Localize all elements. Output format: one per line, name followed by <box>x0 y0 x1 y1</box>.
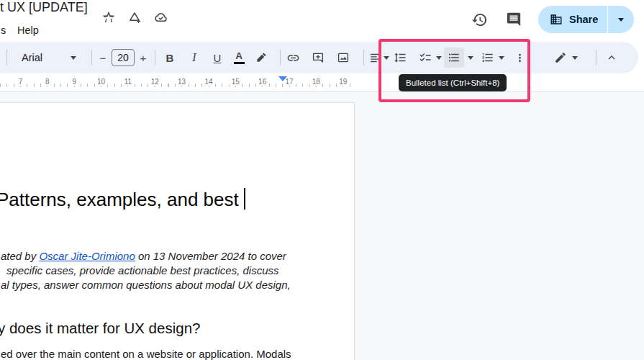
checklist-dropdown-button[interactable] <box>435 48 443 68</box>
checklist-button[interactable] <box>417 48 434 68</box>
version-history-button[interactable] <box>469 9 489 30</box>
ruler[interactable]: 78910111213141516171819 <box>0 76 355 91</box>
star-icon <box>101 10 116 24</box>
share-button-group: Share <box>538 6 634 33</box>
text-cursor <box>244 188 245 210</box>
right-indent-marker[interactable] <box>278 76 287 81</box>
bulleted-list-icon <box>448 51 461 64</box>
titlebar: t UX [UPDATE] Share <box>0 0 644 40</box>
underline-icon: U <box>214 52 222 64</box>
font-size-input[interactable]: 20 <box>112 49 135 66</box>
chevron-up-icon <box>605 51 618 64</box>
numbered-list-button[interactable] <box>479 48 496 68</box>
add-shortcut-icon <box>127 10 142 24</box>
insert-image-button[interactable] <box>335 48 352 68</box>
toolbar-divider <box>91 50 92 66</box>
checklist-icon <box>419 51 432 64</box>
comments-button[interactable] <box>504 9 524 30</box>
ruler-number: 11 <box>122 78 134 86</box>
document-title[interactable]: t UX [UPDATE] <box>0 0 88 15</box>
chevron-down-icon <box>572 56 578 60</box>
plus-icon: + <box>140 52 147 64</box>
link-icon <box>286 51 300 65</box>
text-color-icon: A <box>234 51 245 65</box>
italic-button[interactable]: I <box>186 48 203 68</box>
ruler-number: 12 <box>149 78 161 86</box>
organization-building-icon <box>550 13 563 26</box>
chevron-down-icon <box>436 56 442 60</box>
ruler-number: 19 <box>337 78 349 86</box>
ruler-number: 9 <box>70 78 78 86</box>
align-button[interactable] <box>367 48 391 68</box>
comments-icon <box>506 12 522 27</box>
minus-icon: − <box>100 52 106 64</box>
toolbar-divider <box>6 50 7 66</box>
toolbar-divider <box>155 50 155 66</box>
author-link[interactable]: Oscar Jite-Orimiono <box>39 250 135 262</box>
doc-heading[interactable]: Patterns, examples, and best <box>0 188 245 211</box>
version-history-icon <box>471 12 488 28</box>
add-comment-button[interactable] <box>309 48 327 68</box>
document-page[interactable]: Patterns, examples, and best ated by Osc… <box>0 102 355 360</box>
doc-heading-text: Patterns, examples, and best <box>0 189 239 210</box>
share-dropdown-button[interactable] <box>608 6 634 33</box>
paragraph-line: al types, answer common questions about … <box>1 278 291 292</box>
insert-image-icon <box>337 51 350 64</box>
numbered-list-icon <box>481 51 494 64</box>
paragraph-line: ated by Oscar Jite-Orimiono on 13 Novemb… <box>1 249 291 264</box>
text-color-button[interactable]: A <box>230 48 248 68</box>
decrease-font-size-button[interactable]: − <box>94 48 112 68</box>
doc-status-button[interactable] <box>151 8 170 27</box>
toolbar-divider <box>596 50 597 66</box>
highlight-color-button[interactable] <box>253 48 270 68</box>
increase-font-size-button[interactable]: + <box>135 48 152 68</box>
highlighter-icon <box>255 51 268 64</box>
line-spacing-button[interactable] <box>391 48 409 68</box>
more-options-button[interactable] <box>513 48 526 68</box>
chevron-down-icon <box>499 56 504 60</box>
bulleted-list-tooltip: Bulleted list (Ctrl+Shift+8) <box>399 74 507 91</box>
editing-mode-dropdown-button[interactable] <box>571 48 579 68</box>
doc-body-line[interactable]: ed over the main content on a website or… <box>1 348 291 360</box>
ruler-number: 10 <box>95 78 107 86</box>
chevron-down-icon <box>618 18 624 22</box>
bulleted-list-dropdown-button[interactable] <box>466 48 475 68</box>
formatting-toolbar: Arial − 20 + B I U A <box>0 42 638 73</box>
more-vertical-icon <box>514 52 526 64</box>
menu-item-partial[interactable]: s <box>1 24 6 36</box>
share-label: Share <box>569 14 598 25</box>
doc-subheading[interactable]: y does it matter for UX design? <box>0 320 200 337</box>
font-family-select[interactable]: Arial <box>12 48 83 68</box>
paragraph-line: specific cases, provide actionable best … <box>6 264 291 278</box>
cloud-status-icon <box>153 10 168 25</box>
numbered-list-dropdown-button[interactable] <box>497 48 506 68</box>
doc-intro-paragraph[interactable]: ated by Oscar Jite-Orimiono on 13 Novemb… <box>1 249 291 292</box>
bold-button[interactable]: B <box>161 48 178 68</box>
editing-mode-button[interactable] <box>552 48 569 68</box>
align-left-icon <box>369 52 381 64</box>
bulleted-list-button[interactable] <box>444 48 464 68</box>
toolbar-divider <box>363 50 364 66</box>
menu-item-help[interactable]: Help <box>17 24 39 36</box>
star-button[interactable] <box>99 8 118 27</box>
underline-button[interactable]: U <box>209 48 226 68</box>
ruler-number: 16 <box>256 78 268 86</box>
pencil-icon <box>554 51 567 64</box>
ruler-number: 8 <box>43 78 52 86</box>
add-shortcut-button[interactable] <box>125 8 144 27</box>
ruler-number: 13 <box>176 78 188 86</box>
bold-icon: B <box>166 52 174 64</box>
share-button[interactable]: Share <box>538 6 607 33</box>
add-comment-icon <box>312 51 325 64</box>
italic-icon: I <box>192 51 196 64</box>
hide-menus-button[interactable] <box>603 48 620 68</box>
google-docs-window: t UX [UPDATE] Share <box>0 0 644 360</box>
ruler-number: 15 <box>230 78 242 86</box>
insert-link-button[interactable] <box>284 48 301 68</box>
font-family-value: Arial <box>22 52 42 63</box>
chevron-down-icon <box>71 56 76 60</box>
chevron-down-icon <box>468 56 473 60</box>
ruler-number: 18 <box>310 78 322 86</box>
toolbar-divider <box>280 50 281 66</box>
line-spacing-icon <box>394 51 407 64</box>
